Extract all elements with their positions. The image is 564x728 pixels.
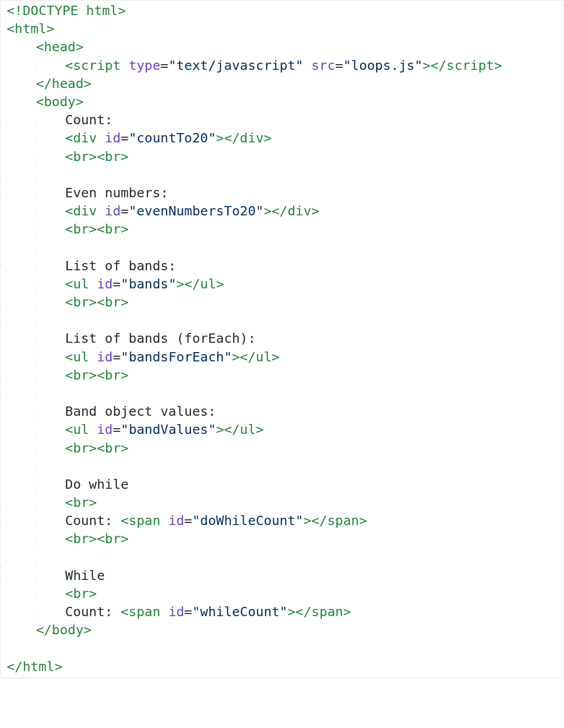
sp — [89, 421, 97, 437]
tag-name: br — [73, 531, 89, 546]
tag-open: < — [36, 94, 43, 109]
tag-name: br — [73, 294, 89, 310]
code-line: Even numbers: — [7, 184, 563, 202]
tag-close: > — [288, 604, 295, 619]
blank-line — [7, 384, 563, 402]
tag-name: ul — [73, 349, 89, 365]
tag-name: ul — [73, 421, 89, 437]
attr-value: "text/javascript" — [168, 57, 303, 73]
code-line: <ul id="bandsForEach"></ul> — [7, 348, 563, 366]
text: Count: — [65, 112, 113, 127]
sp — [89, 349, 97, 365]
attr-name: type — [129, 57, 160, 73]
tag-name: div — [73, 203, 97, 219]
eq: = — [113, 276, 121, 292]
doctype-close: > — [118, 3, 126, 18]
tag-close: > — [343, 604, 351, 619]
attr-value: "loops.js" — [343, 57, 423, 73]
text: Do while — [65, 476, 129, 492]
tag-open: < — [97, 149, 105, 164]
attr-value: "whileCount" — [192, 604, 287, 619]
tag-close: > — [264, 203, 272, 219]
code-line: List of bands: — [7, 257, 563, 275]
attr-value: "evenNumbersTo20" — [129, 203, 264, 219]
text: While — [65, 567, 105, 583]
tag-name: head — [52, 76, 83, 91]
tag-close: > — [216, 276, 224, 292]
tag-open: </ — [431, 57, 447, 73]
tag-open: < — [65, 276, 73, 292]
attr-name: id — [105, 203, 121, 219]
code-line: <html> — [7, 20, 563, 38]
tag-close: > — [89, 294, 97, 310]
tag-close: > — [89, 531, 97, 546]
eq: = — [113, 349, 121, 365]
code-line: <br><br> — [7, 148, 563, 166]
tag-name: div — [240, 130, 264, 145]
code-line: Band object values: — [7, 402, 563, 420]
tag-name: ul — [73, 276, 89, 292]
tag-close: > — [76, 39, 83, 54]
code-line: <body> — [7, 93, 563, 111]
text: Even numbers: — [65, 185, 169, 200]
blank-line — [7, 548, 563, 566]
text: Count: — [65, 604, 121, 619]
tag-open: < — [121, 604, 128, 619]
tag-close: > — [121, 149, 128, 164]
tag-open: < — [97, 440, 105, 456]
tag-open: < — [65, 203, 73, 219]
tag-close: > — [494, 57, 502, 73]
tag-open: </ — [224, 130, 240, 145]
tag-name: span — [129, 513, 160, 528]
tag-close: > — [303, 513, 311, 528]
tag-name: ul — [240, 421, 256, 437]
tag-close: > — [311, 203, 319, 219]
code-line: </html> — [7, 658, 563, 676]
code-block: <!DOCTYPE html> <html> <head> <script ty… — [0, 0, 564, 678]
code-line: <br> — [7, 493, 563, 512]
eq: = — [121, 130, 128, 145]
code-line: <ul id="bandValues"></ul> — [7, 420, 563, 439]
code-line: <br> — [7, 585, 563, 603]
tag-open: </ — [7, 659, 23, 674]
tag-close: > — [84, 76, 92, 91]
tag-close: > — [121, 531, 128, 546]
tag-open: < — [7, 21, 14, 36]
tag-name: br — [105, 367, 121, 383]
attr-value: "bands" — [121, 276, 176, 292]
doctype-keyword: DOCTYPE — [23, 3, 78, 18]
code-line: <br><br> — [7, 530, 563, 548]
code-line: Do while — [7, 475, 563, 493]
tag-open: < — [97, 221, 105, 237]
code-line: <!DOCTYPE html> — [7, 2, 563, 20]
code-line: </body> — [7, 621, 563, 639]
tag-open: < — [121, 513, 128, 528]
tag-close: > — [216, 130, 224, 145]
blank-line — [7, 238, 563, 256]
code-line: <br><br> — [7, 220, 563, 238]
eq: = — [113, 421, 121, 437]
code-line: <br><br> — [7, 293, 563, 311]
tag-open: < — [65, 586, 73, 601]
attr-name: id — [105, 130, 121, 145]
tag-close: > — [89, 440, 97, 456]
tag-name: br — [73, 149, 89, 164]
tag-name: html — [14, 21, 46, 36]
tag-open: < — [65, 149, 73, 164]
tag-open: < — [65, 531, 73, 546]
tag-name: br — [105, 440, 121, 456]
tag-close: > — [264, 130, 272, 145]
tag-open: </ — [311, 513, 328, 528]
tag-open: </ — [272, 203, 288, 219]
tag-name: div — [73, 130, 97, 145]
code-line: Count: <span id="doWhileCount"></span> — [7, 512, 563, 530]
tag-name: head — [44, 39, 76, 54]
sp — [160, 513, 168, 528]
eq: = — [335, 57, 343, 73]
tag-close: > — [89, 149, 97, 164]
attr-name: id — [97, 349, 113, 365]
tag-close: > — [54, 659, 62, 674]
code-line: While — [7, 566, 563, 585]
tag-name: body — [52, 622, 83, 637]
tag-close: > — [89, 367, 97, 383]
